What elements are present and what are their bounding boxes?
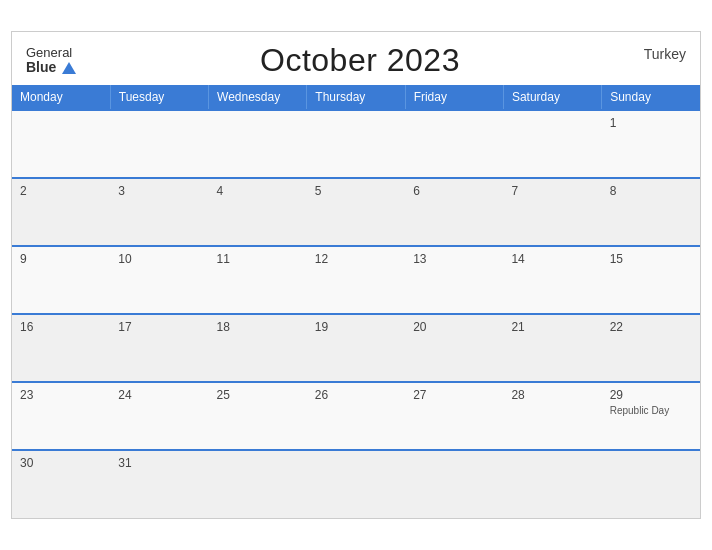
day-number: 23 [20, 388, 102, 402]
brand-name-top: General [26, 46, 76, 60]
weekday-header-sunday: Sunday [602, 85, 700, 110]
weekday-header-monday: Monday [12, 85, 110, 110]
day-number: 1 [610, 116, 692, 130]
day-number: 25 [217, 388, 299, 402]
calendar-day-cell: 27 [405, 382, 503, 450]
weekday-header-saturday: Saturday [503, 85, 601, 110]
calendar-day-cell: 6 [405, 178, 503, 246]
brand-name-bottom: Blue [26, 60, 76, 75]
calendar-day-cell [110, 110, 208, 178]
calendar-day-cell [307, 110, 405, 178]
calendar-day-cell [209, 110, 307, 178]
day-number: 2 [20, 184, 102, 198]
calendar-day-cell: 20 [405, 314, 503, 382]
calendar-week-row: 16171819202122 [12, 314, 700, 382]
calendar-week-row: 1 [12, 110, 700, 178]
calendar-day-cell: 8 [602, 178, 700, 246]
calendar-day-cell: 25 [209, 382, 307, 450]
calendar-table: MondayTuesdayWednesdayThursdayFridaySatu… [12, 85, 700, 518]
day-number: 11 [217, 252, 299, 266]
calendar-day-cell: 22 [602, 314, 700, 382]
day-number: 8 [610, 184, 692, 198]
calendar-day-cell: 14 [503, 246, 601, 314]
calendar-day-cell: 28 [503, 382, 601, 450]
calendar-week-row: 23242526272829Republic Day [12, 382, 700, 450]
calendar-day-cell: 2 [12, 178, 110, 246]
day-number: 4 [217, 184, 299, 198]
calendar-day-cell: 21 [503, 314, 601, 382]
day-number: 30 [20, 456, 102, 470]
day-number: 18 [217, 320, 299, 334]
weekday-header-friday: Friday [405, 85, 503, 110]
calendar-day-cell: 10 [110, 246, 208, 314]
calendar-day-cell: 18 [209, 314, 307, 382]
day-number: 20 [413, 320, 495, 334]
calendar-day-cell: 7 [503, 178, 601, 246]
calendar-day-cell [209, 450, 307, 518]
brand-logo: General Blue [26, 46, 76, 76]
calendar-day-cell [405, 110, 503, 178]
calendar-title: October 2023 [260, 42, 460, 79]
day-number: 12 [315, 252, 397, 266]
calendar-day-cell: 19 [307, 314, 405, 382]
day-number: 22 [610, 320, 692, 334]
weekday-header-row: MondayTuesdayWednesdayThursdayFridaySatu… [12, 85, 700, 110]
day-number: 3 [118, 184, 200, 198]
calendar-day-cell: 3 [110, 178, 208, 246]
day-number: 5 [315, 184, 397, 198]
day-number: 28 [511, 388, 593, 402]
weekday-header-tuesday: Tuesday [110, 85, 208, 110]
calendar-day-cell: 12 [307, 246, 405, 314]
calendar-day-cell: 4 [209, 178, 307, 246]
day-number: 27 [413, 388, 495, 402]
day-number: 13 [413, 252, 495, 266]
calendar-day-cell [12, 110, 110, 178]
calendar-week-row: 9101112131415 [12, 246, 700, 314]
calendar-day-cell: 15 [602, 246, 700, 314]
day-number: 6 [413, 184, 495, 198]
calendar-day-cell: 26 [307, 382, 405, 450]
day-number: 26 [315, 388, 397, 402]
calendar: General Blue October 2023 Turkey MondayT… [11, 31, 701, 519]
day-event: Republic Day [610, 405, 692, 416]
calendar-header: General Blue October 2023 Turkey [12, 32, 700, 85]
day-number: 24 [118, 388, 200, 402]
calendar-day-cell: 23 [12, 382, 110, 450]
brand-triangle-icon [62, 62, 76, 74]
calendar-day-cell: 31 [110, 450, 208, 518]
calendar-day-cell [307, 450, 405, 518]
calendar-day-cell [405, 450, 503, 518]
calendar-day-cell: 13 [405, 246, 503, 314]
calendar-week-row: 3031 [12, 450, 700, 518]
calendar-day-cell: 1 [602, 110, 700, 178]
calendar-day-cell: 9 [12, 246, 110, 314]
calendar-day-cell: 17 [110, 314, 208, 382]
calendar-day-cell: 24 [110, 382, 208, 450]
calendar-day-cell [602, 450, 700, 518]
calendar-day-cell [503, 110, 601, 178]
day-number: 7 [511, 184, 593, 198]
day-number: 29 [610, 388, 692, 402]
calendar-week-row: 2345678 [12, 178, 700, 246]
calendar-day-cell: 29Republic Day [602, 382, 700, 450]
country-label: Turkey [644, 46, 686, 62]
calendar-day-cell: 5 [307, 178, 405, 246]
day-number: 17 [118, 320, 200, 334]
weekday-header-thursday: Thursday [307, 85, 405, 110]
calendar-day-cell [503, 450, 601, 518]
day-number: 16 [20, 320, 102, 334]
calendar-day-cell: 11 [209, 246, 307, 314]
day-number: 19 [315, 320, 397, 334]
day-number: 14 [511, 252, 593, 266]
calendar-day-cell: 16 [12, 314, 110, 382]
weekday-header-wednesday: Wednesday [209, 85, 307, 110]
day-number: 10 [118, 252, 200, 266]
day-number: 15 [610, 252, 692, 266]
calendar-day-cell: 30 [12, 450, 110, 518]
day-number: 21 [511, 320, 593, 334]
day-number: 31 [118, 456, 200, 470]
day-number: 9 [20, 252, 102, 266]
